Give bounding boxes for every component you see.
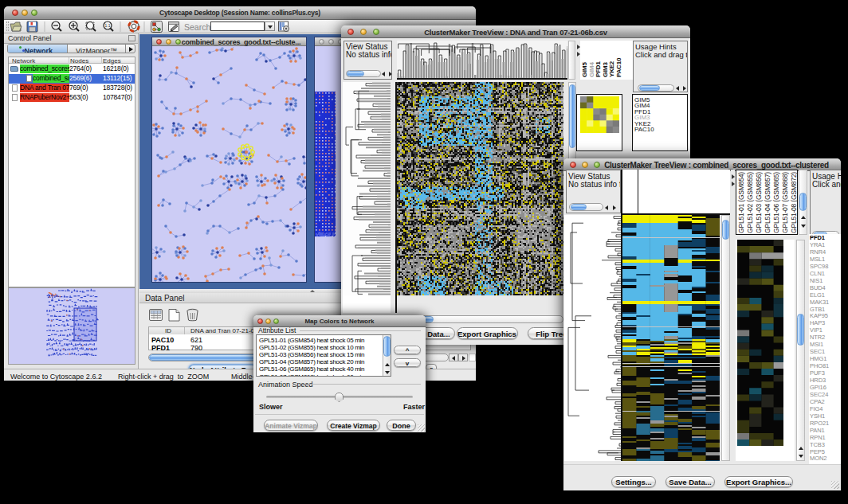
svg-text:1:1: 1:1 <box>105 23 111 28</box>
